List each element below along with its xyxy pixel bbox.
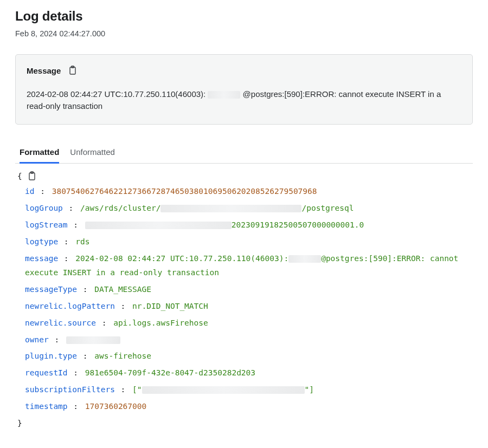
redacted-segment [288, 255, 321, 263]
redacted-segment [160, 205, 301, 212]
json-key: logGroup [25, 204, 63, 212]
json-entry: messageType : DATA_MESSAGE [17, 282, 471, 297]
json-key: timestamp [25, 402, 68, 411]
format-tabs: Formatted Unformatted [15, 144, 473, 164]
json-entry: subscriptionFilters : [""] [17, 382, 471, 397]
json-value-suffix: /postgresql [301, 204, 354, 212]
json-colon: : [96, 319, 113, 327]
json-value: 981e6504-709f-432e-8047-d2350282d203 [85, 368, 255, 377]
message-body-prefix: 2024-02-08 02:44:27 UTC:10.77.250.110(46… [27, 89, 206, 99]
json-key: requestId [25, 368, 68, 377]
json-entry: timestamp : 1707360267000 [17, 399, 471, 414]
json-colon: : [77, 285, 94, 294]
json-colon: : [63, 204, 80, 212]
json-key: logStream [25, 220, 68, 229]
json-value: DATA_MESSAGE [94, 285, 151, 294]
json-key: messageType [25, 285, 77, 294]
log-timestamp: Feb 8, 2024 02:44:27.000 [15, 29, 473, 38]
json-key: message [25, 254, 58, 263]
json-key: newrelic.source [25, 319, 96, 327]
json-block: { id : 380754062764622127366728746503801… [15, 168, 473, 436]
json-entry: id : 38075406276462212736672874650380106… [17, 184, 471, 199]
json-entry: owner : [17, 333, 471, 347]
json-colon: : [58, 254, 75, 263]
json-key: newrelic.logPattern [25, 302, 115, 310]
json-value-prefix: 2024-02-08 02:44:27 UTC:10.77.250.110(46… [75, 254, 288, 263]
json-open-brace: { [17, 171, 471, 181]
json-value: api.logs.awsFirehose [113, 319, 208, 327]
json-entry: newrelic.logPattern : nr.DID_NOT_MATCH [17, 299, 471, 314]
svg-rect-2 [29, 173, 35, 180]
json-colon: : [34, 187, 52, 196]
json-colon: : [58, 237, 75, 246]
json-value-suffix: 20230919182500507000000001.0 [232, 220, 364, 229]
json-entry: newrelic.source : api.logs.awsFirehose [17, 316, 471, 330]
json-entry: plugin.type : aws-firehose [17, 349, 471, 363]
message-body: 2024-02-08 02:44:27 UTC:10.77.250.110(46… [27, 88, 461, 112]
clipboard-icon[interactable] [68, 66, 77, 75]
json-key: id [25, 187, 34, 196]
json-value: nr.DID_NOT_MATCH [132, 302, 208, 310]
json-value-suffix: "] [305, 385, 314, 394]
json-entry: logStream : 20230919182500507000000001.0 [17, 218, 471, 232]
tab-unformatted[interactable]: Unformatted [70, 144, 115, 164]
json-key: logtype [25, 237, 58, 246]
json-entry: logtype : rds [17, 235, 471, 249]
json-key: subscriptionFilters [25, 385, 115, 394]
json-entry: requestId : 981e6504-709f-432e-8047-d235… [17, 366, 471, 380]
json-colon: : [68, 220, 85, 229]
json-key: plugin.type [25, 352, 77, 360]
json-value-prefix: /aws/rds/cluster/ [80, 204, 160, 212]
json-value: rds [75, 237, 89, 246]
json-entry: logGroup : /aws/rds/cluster//postgresql [17, 201, 471, 216]
json-colon: : [115, 302, 132, 310]
json-value: 3807540627646221273667287465038010695062… [52, 187, 317, 196]
json-value: aws-firehose [94, 352, 151, 360]
clipboard-icon[interactable] [28, 171, 36, 181]
json-colon: : [49, 335, 66, 344]
json-key: owner [25, 335, 49, 344]
message-label: Message [27, 66, 61, 75]
redacted-segment [142, 386, 305, 394]
redacted-segment [208, 91, 240, 99]
json-entry: message : 2024-02-08 02:44:27 UTC:10.77.… [17, 251, 471, 281]
redacted-segment [66, 336, 120, 344]
json-value-prefix: [" [132, 385, 142, 394]
json-colon: : [68, 368, 85, 377]
json-colon: : [115, 385, 132, 394]
redacted-segment [85, 222, 232, 229]
svg-rect-0 [70, 67, 75, 74]
json-value: 1707360267000 [85, 402, 147, 411]
json-colon: : [77, 352, 94, 360]
json-close-brace: } [17, 416, 471, 431]
tab-formatted[interactable]: Formatted [20, 144, 59, 164]
json-colon: : [68, 402, 85, 411]
message-card: Message 2024-02-08 02:44:27 UTC:10.77.25… [15, 54, 473, 125]
page-title: Log details [15, 9, 473, 24]
